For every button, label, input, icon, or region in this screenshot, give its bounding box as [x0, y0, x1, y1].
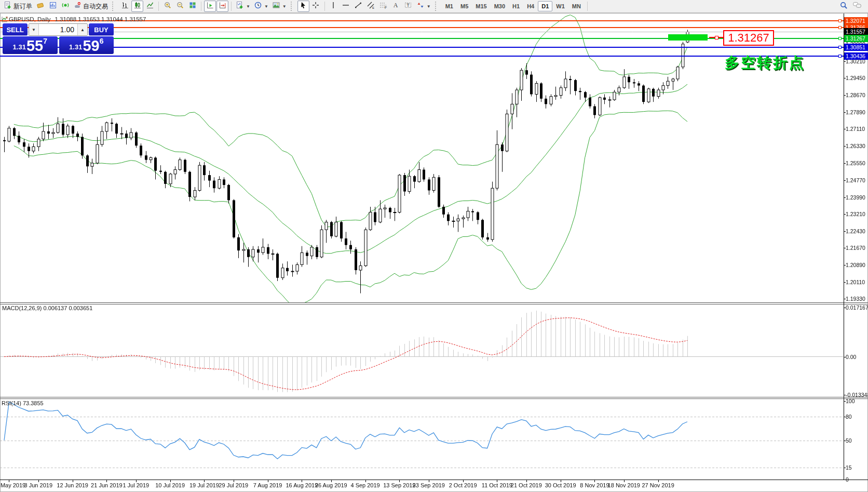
timeframe-m15[interactable]: M15 [472, 1, 490, 11]
chart-title: GBPUSD, Daily1.31088 1.31653 1.31044 1.3… [9, 16, 146, 22]
sell-price-box[interactable]: 1.31 55 7 [3, 36, 58, 54]
fibonacci-icon: F [379, 1, 387, 11]
date-axis-label: 29 Jul 2019 [219, 482, 248, 488]
rsi-axis-tick: 80 [846, 414, 852, 420]
highlight-rectangle[interactable] [668, 34, 708, 41]
volume-decrease-button[interactable]: ▼ [29, 24, 39, 35]
price-axis-tick: 1.20110 [846, 279, 865, 285]
svg-text:F: F [385, 6, 387, 9]
price-axis-tick: 1.22430 [846, 228, 865, 234]
templates-icon [272, 1, 280, 11]
auto-scroll-button[interactable] [204, 1, 216, 12]
toolbar-separator [158, 2, 159, 11]
date-axis-label: 23 Sep 2019 [413, 482, 445, 488]
rsi-axis-tick: 50 [846, 437, 852, 444]
vertical-line-button[interactable] [328, 1, 340, 12]
date-axis-label: 26 Aug 2019 [315, 482, 347, 488]
price-axis-tick: 1.20890 [846, 262, 865, 268]
text-label-button[interactable]: T [402, 1, 414, 12]
indicators-button[interactable]: ▼ [234, 1, 252, 12]
price-axis-tick: 1.28670 [846, 92, 865, 98]
one-click-trading-panel: SELL ▼ ▲ BUY 1.31 55 7 1.31 59 6 [3, 23, 114, 54]
date-axis-label: 12 Jun 2019 [57, 482, 88, 488]
date-axis-label: 4 Sep 2019 [350, 482, 379, 488]
crosshair-icon [311, 1, 320, 11]
timeframe-mn[interactable]: MN [568, 1, 585, 11]
clock-icon [254, 1, 262, 11]
autotrading-button[interactable]: 自动交易 [72, 1, 110, 12]
dropdown-caret-icon: ▼ [427, 4, 431, 9]
timeframe-h1[interactable]: H1 [509, 1, 523, 11]
toolbar-right [839, 1, 866, 12]
chart-shift-button[interactable] [216, 1, 228, 12]
publish-button[interactable] [47, 1, 59, 12]
timeframe-w1[interactable]: W1 [552, 1, 568, 11]
new-order-button[interactable]: 新订单 [2, 1, 34, 12]
tile-windows-button[interactable] [186, 1, 198, 12]
chart-symbol-period: GBPUSD, Daily [9, 16, 51, 22]
templates-button[interactable]: ▼ [270, 1, 288, 12]
timeframe-d1[interactable]: D1 [538, 1, 552, 11]
sell-price-pip: 7 [43, 37, 47, 45]
toolbar-grip [435, 2, 439, 11]
sell-button[interactable]: SELL [3, 23, 28, 36]
date-axis-label: 18 Nov 2019 [608, 482, 640, 488]
crosshair-button[interactable] [310, 1, 322, 12]
price-axis-tick: 1.29450 [846, 75, 865, 81]
arrows-button[interactable]: ▼ [415, 1, 432, 12]
timeframe-m1[interactable]: M1 [442, 1, 457, 11]
timeframe-m5[interactable]: M5 [457, 1, 472, 11]
price-callout-box[interactable]: 1.31267 [723, 30, 774, 46]
macd-indicator-label: MACD(12,26,9) 0.006137 0.003651 [2, 305, 92, 311]
timeframe-group: M1M5M15M30H1H4D1W1MN [442, 1, 585, 11]
toolbar-separator [201, 2, 201, 11]
price-line-label: 1.30436 [844, 52, 868, 60]
date-axis-label: 16 Aug 2019 [286, 482, 318, 488]
volume-stepper: ▼ ▲ [29, 23, 88, 36]
rsi-axis-tick: 0 [846, 476, 849, 483]
periods-button[interactable]: ▼ [252, 1, 270, 12]
auto-scroll-icon [206, 1, 214, 11]
toolbar-grip [112, 2, 116, 11]
date-axis-label: 27 Nov 2019 [642, 482, 674, 488]
volume-increase-button[interactable]: ▲ [77, 24, 87, 35]
chat-icon[interactable] [852, 1, 862, 11]
candlestick-chart-button[interactable] [131, 1, 143, 12]
buy-button[interactable]: BUY [89, 23, 114, 36]
search-icon[interactable] [839, 1, 848, 12]
timeframe-m30[interactable]: M30 [491, 1, 509, 11]
price-axis-tick: 1.25550 [846, 160, 865, 166]
timeframe-h4[interactable]: H4 [523, 1, 538, 11]
rsi-indicator-label: RSI(14) 73.3855 [2, 400, 44, 406]
callout-connector-marker [715, 36, 718, 39]
chart-annotation-text[interactable]: 多空转折点 [725, 53, 805, 73]
line-chart-icon [146, 1, 154, 11]
date-axis-label: 19 Jul 2019 [189, 482, 219, 488]
signals-button[interactable] [59, 1, 71, 12]
equidistant-channel-button[interactable]: E [365, 1, 377, 12]
zoom-in-button[interactable] [161, 1, 173, 12]
chart-canvas[interactable] [0, 0, 868, 492]
date-axis-label: 7 Aug 2019 [253, 482, 282, 488]
date-axis-label: 30 Oct 2019 [545, 482, 576, 488]
zoom-out-button[interactable] [174, 1, 186, 12]
dropdown-caret-icon: ▼ [264, 4, 268, 9]
trendline-button[interactable] [352, 1, 364, 12]
autotrading-label: 自动交易 [83, 2, 108, 11]
date-axis-label: 13 Sep 2019 [383, 482, 415, 488]
autotrading-icon [73, 1, 82, 11]
date-axis-label: 24 May 2019 [0, 482, 25, 488]
buy-price-box[interactable]: 1.31 59 6 [59, 36, 114, 54]
bar-chart-button[interactable] [119, 1, 131, 12]
charts-button[interactable] [34, 1, 46, 12]
horizontal-line-button[interactable] [340, 1, 352, 12]
line-chart-button[interactable] [144, 1, 156, 12]
bar-chart-icon [121, 1, 129, 11]
charts-icon [36, 1, 45, 11]
text-button[interactable]: A [390, 1, 402, 12]
volume-input[interactable] [39, 24, 77, 35]
fibonacci-button[interactable]: F [377, 1, 389, 12]
cursor-icon [299, 1, 307, 11]
date-axis-label: 11 Oct 2019 [482, 482, 512, 488]
cursor-button[interactable] [297, 1, 309, 12]
